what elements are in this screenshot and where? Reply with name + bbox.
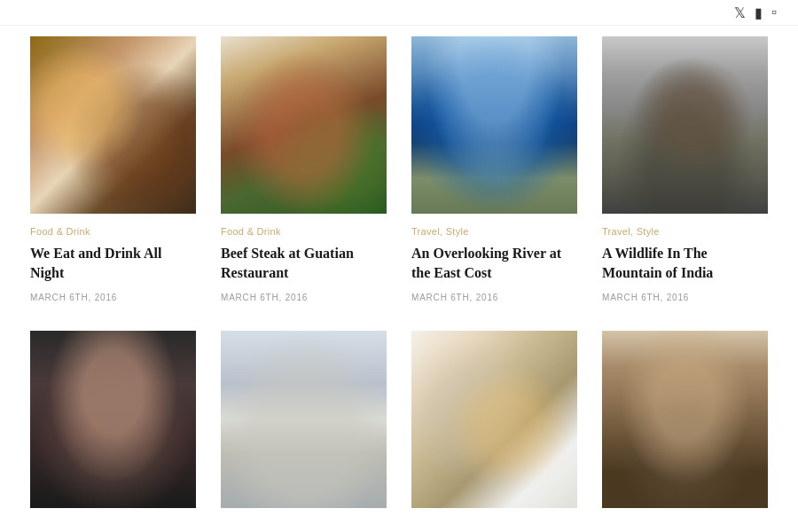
card-image <box>221 331 387 508</box>
card-title: We Eat and Drink All Night <box>30 244 196 284</box>
article-card[interactable]: Travel, Style An Overlooking River at th… <box>399 26 590 320</box>
article-card[interactable]: Food & Drink Beef Steak at Guatian Resta… <box>208 26 399 320</box>
card-date: MARCH 6TH, 2016 <box>221 293 387 302</box>
article-grid-row1: Food & Drink We Eat and Drink All Night … <box>0 26 798 320</box>
article-card[interactable] <box>18 320 208 526</box>
card-image <box>411 36 577 214</box>
card-category: Food & Drink <box>221 226 387 237</box>
card-image <box>30 331 196 508</box>
card-title: An Overlooking River at the East Cost <box>411 244 577 284</box>
card-image <box>602 331 768 508</box>
article-card[interactable]: Travel, Style A Wildlife In The Mountain… <box>590 26 780 320</box>
card-image <box>411 331 577 508</box>
card-title: Beef Steak at Guatian Restaurant <box>221 244 387 284</box>
card-date: MARCH 6TH, 2016 <box>602 293 768 302</box>
article-card[interactable] <box>590 320 780 526</box>
card-date: MARCH 6TH, 2016 <box>411 293 577 302</box>
article-card[interactable] <box>399 320 590 526</box>
card-image <box>221 36 387 214</box>
card-image <box>602 36 768 214</box>
card-category: Travel, Style <box>602 226 768 237</box>
card-title: A Wildlife In The Mountain of India <box>602 244 768 284</box>
article-card[interactable] <box>208 320 399 526</box>
article-card[interactable]: Food & Drink We Eat and Drink All Night … <box>18 26 208 320</box>
card-category: Food & Drink <box>30 226 196 237</box>
card-category: Travel, Style <box>411 226 577 237</box>
twitter-icon[interactable]: 𝕏 <box>734 4 746 21</box>
card-date: MARCH 6TH, 2016 <box>30 293 196 302</box>
facebook-icon[interactable]: ▮ <box>755 4 763 21</box>
article-grid-row2 <box>0 320 798 526</box>
card-image <box>30 36 196 214</box>
site-header: 𝕏 ▮ ▫ <box>0 0 798 26</box>
instagram-icon[interactable]: ▫ <box>771 4 777 20</box>
social-icons: 𝕏 ▮ ▫ <box>734 4 777 21</box>
